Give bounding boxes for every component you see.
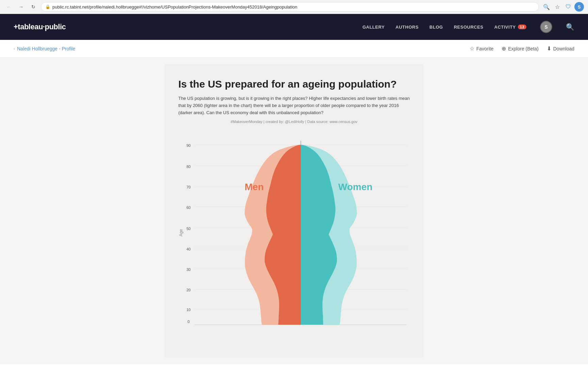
browser-toolbar: ← → ↻ 🔒 public.rc.tabint.net/profile/nal… <box>0 0 588 14</box>
age-tick-40: 40 <box>186 247 191 251</box>
shield-icon[interactable]: 🛡 <box>564 2 573 12</box>
viz-description: The US population is growing, but is it … <box>178 95 410 116</box>
viz-title: Is the US prepared for an ageing populat… <box>178 78 410 90</box>
nav-resources[interactable]: RESOURCES <box>454 25 484 30</box>
age-tick-50: 50 <box>186 227 191 231</box>
men-label: Men <box>245 182 264 192</box>
browser-toolbar-icons: 🔍 ☆ 🛡 S <box>542 2 584 12</box>
user-avatar[interactable]: S <box>540 21 552 33</box>
explore-icon: ⊕ <box>502 45 506 52</box>
nav-authors[interactable]: AUTHORS <box>395 25 419 30</box>
forward-button[interactable]: → <box>16 2 26 12</box>
star-icon: ☆ <box>470 45 474 52</box>
address-bar[interactable]: 🔒 public.rc.tabint.net/profile/naledi.ho… <box>41 2 539 12</box>
explore-button[interactable]: ⊕ Explore (Beta) <box>502 45 538 52</box>
favorite-button[interactable]: ☆ Favorite <box>470 45 494 52</box>
browser-chrome: ← → ↻ 🔒 public.rc.tabint.net/profile/nal… <box>0 0 588 14</box>
viz-container: Is the US prepared for an ageing populat… <box>165 64 423 357</box>
age-tick-70: 70 <box>186 185 191 189</box>
search-icon[interactable]: 🔍 <box>566 23 574 31</box>
download-button[interactable]: ⬇ Download <box>547 45 574 52</box>
favorite-label: Favorite <box>476 46 494 51</box>
back-button[interactable]: ← <box>4 2 14 12</box>
tableau-logo[interactable]: +tableau·public <box>14 22 66 31</box>
logo-text: +tableau·public <box>14 22 66 31</box>
reload-button[interactable]: ↻ <box>29 2 38 12</box>
age-tick-80: 80 <box>186 165 191 169</box>
download-icon: ⬇ <box>547 45 551 52</box>
age-axis-label: Age <box>179 229 183 236</box>
age-tick-10: 10 <box>186 308 191 312</box>
breadcrumb-chevron-icon: ‹ <box>14 46 15 51</box>
lock-icon: 🔒 <box>45 4 50 9</box>
profile-browser-button[interactable]: S <box>574 2 584 12</box>
breadcrumb: ‹ Naledi Hollbruegge - Profile <box>14 46 75 51</box>
download-label: Download <box>553 46 574 51</box>
population-pyramid-chart: 90 80 70 60 50 40 30 20 10 0 Age <box>178 131 416 328</box>
chart-area: 90 80 70 60 50 40 30 20 10 0 Age <box>178 131 416 328</box>
main-nav: GALLERY AUTHORS BLOG RESOURCES ACTIVITY … <box>362 21 574 33</box>
women-label: Women <box>338 182 373 192</box>
sub-header: ‹ Naledi Hollbruegge - Profile ☆ Favorit… <box>0 40 588 58</box>
activity-badge: 13 <box>518 25 526 29</box>
activity-label: ACTIVITY <box>494 25 516 30</box>
nav-activity[interactable]: ACTIVITY 13 <box>494 25 526 30</box>
age-tick-60: 60 <box>186 205 191 210</box>
search-browser-button[interactable]: 🔍 <box>542 2 551 12</box>
nav-gallery[interactable]: GALLERY <box>362 25 385 30</box>
age-tick-30: 30 <box>186 267 191 272</box>
sub-header-actions: ☆ Favorite ⊕ Explore (Beta) ⬇ Download <box>470 45 574 52</box>
explore-label: Explore (Beta) <box>508 46 538 51</box>
breadcrumb-link[interactable]: Naledi Hollbruegge - Profile <box>17 46 75 51</box>
nav-blog[interactable]: BLOG <box>429 25 443 30</box>
viz-credit: #MakeoverMonday | created by: @LediHolly… <box>178 120 410 124</box>
age-tick-90: 90 <box>186 143 191 148</box>
bookmark-button[interactable]: ☆ <box>553 2 562 12</box>
url-text: public.rc.tabint.net/profile/naledi.holl… <box>52 4 535 10</box>
main-content: Is the US prepared for an ageing populat… <box>0 58 588 364</box>
age-tick-20: 20 <box>186 288 191 292</box>
tableau-header: +tableau·public GALLERY AUTHORS BLOG RES… <box>0 14 588 40</box>
age-tick-0: 0 <box>187 320 190 324</box>
